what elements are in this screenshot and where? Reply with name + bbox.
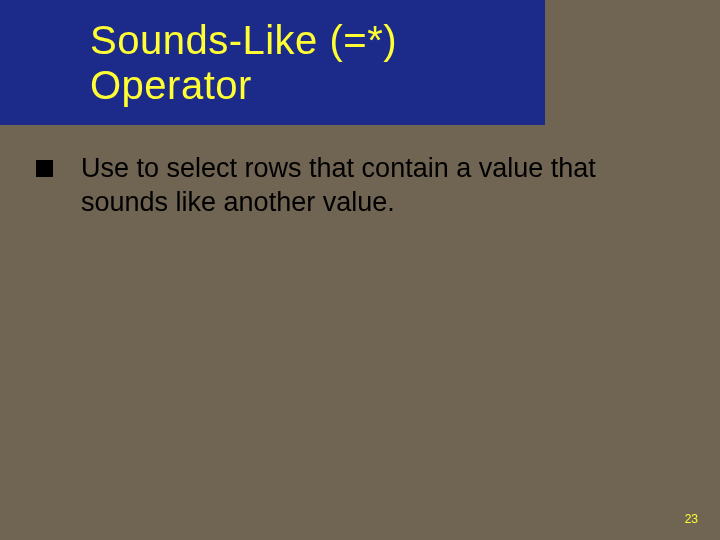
- title-block: Sounds-Like (=*) Operator: [0, 0, 545, 125]
- page-number: 23: [685, 512, 698, 526]
- slide-title: Sounds-Like (=*) Operator: [90, 18, 545, 108]
- body-block: Use to select rows that contain a value …: [36, 152, 680, 220]
- square-bullet-icon: [36, 160, 53, 177]
- bullet-text: Use to select rows that contain a value …: [81, 152, 680, 220]
